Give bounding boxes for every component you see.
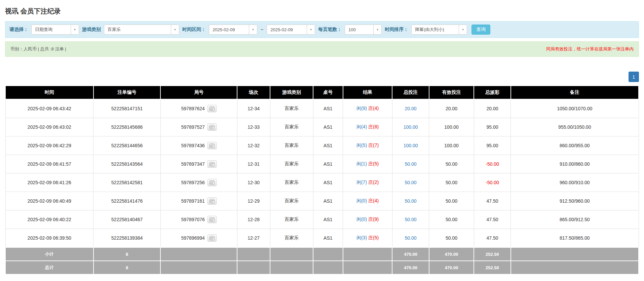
search-button[interactable]: 查询 [471, 25, 490, 35]
cell-game-type: 百家乐 [270, 99, 313, 118]
query-type-value: 日期查询 [32, 25, 71, 34]
cell-result: 闲(9) 庄(4) [343, 99, 392, 118]
table-row: 2025-02-09 06:43:42 522258147151 5978976… [5, 99, 639, 118]
col-header-result: 结果 [343, 86, 392, 99]
total-bet-link[interactable]: 100.00 [404, 143, 418, 148]
cell-valid-bet: 50.00 [429, 210, 474, 229]
cell-session: 12-33 [237, 118, 270, 136]
cell-payout: 47.50 [474, 229, 510, 248]
grand-total-total-bet: 470.00 [392, 261, 429, 274]
result-player: 闲(5) [356, 143, 367, 148]
roadmap-icon [210, 199, 215, 203]
bet-records-table: 时间 注单编号 局号 场次 游戏类别 桌号 结果 总投注 有效投注 总派彩 备注… [5, 85, 639, 275]
roadmap-icon [210, 107, 215, 111]
roadmap-button[interactable] [207, 123, 217, 131]
cell-valid-bet: 100.00 [429, 118, 474, 136]
total-bet-link[interactable]: 50.00 [405, 217, 417, 222]
time-sort-select[interactable]: 降冪(由大到小) ▼ [411, 25, 467, 35]
total-bet-link[interactable]: 100.00 [404, 124, 418, 130]
cell-table-no: AS1 [313, 210, 343, 229]
total-bet-link[interactable]: 50.00 [405, 235, 417, 241]
result-player: 闲(0) [356, 216, 367, 222]
date-range-label: 时间区间： [182, 27, 206, 33]
subtotal-total-bet: 470.00 [392, 247, 429, 261]
cell-valid-bet: 100.00 [429, 136, 474, 155]
col-header-payout: 总派彩 [474, 86, 510, 99]
cell-total-bet: 50.00 [392, 229, 429, 248]
date-from-input[interactable]: 2025-02-09 ▼ [209, 25, 257, 35]
date-to-input[interactable]: 2025-02-09 ▼ [267, 25, 315, 35]
query-type-select[interactable]: 日期查询 ▼ [31, 25, 79, 35]
roadmap-button[interactable] [207, 105, 217, 112]
cell-session: 12-31 [237, 155, 270, 173]
date-from-value: 2025-02-09 [209, 25, 249, 34]
total-bet-link[interactable]: 50.00 [405, 198, 417, 204]
cell-session: 12-29 [237, 192, 270, 210]
cell-time: 2025-02-09 06:42:29 [5, 136, 93, 155]
chevron-down-icon: ▼ [171, 25, 179, 34]
cell-time: 2025-02-09 06:41:57 [5, 155, 93, 173]
total-bet-link[interactable]: 50.00 [405, 180, 417, 185]
cell-payout: -50.00 [474, 155, 510, 173]
cell-game-type: 百家乐 [270, 229, 313, 248]
cell-total-bet: 100.00 [392, 118, 429, 136]
page-size-select[interactable]: 100 ▼ [345, 25, 382, 35]
roadmap-icon [210, 144, 215, 148]
total-bet-link[interactable]: 20.00 [405, 106, 417, 111]
cell-note: 860.00/955.00 [511, 136, 639, 155]
cell-game-type: 百家乐 [270, 118, 313, 136]
cell-round-id: 597897256 [160, 173, 237, 192]
result-player: 闲(0) [356, 198, 367, 203]
cell-result: 闲(4) 庄(8) [343, 118, 392, 136]
cell-valid-bet: 50.00 [429, 155, 474, 173]
cell-table-no: AS1 [313, 155, 343, 173]
summary-notice-text: 同局有效投注，统一计算在该局第一张注单内 [546, 46, 634, 52]
cell-total-bet: 50.00 [392, 173, 429, 192]
cell-bet-id: 522258142581 [93, 173, 161, 192]
cell-round-id: 597897527 [160, 118, 237, 136]
cell-round-id: 597897076 [160, 210, 237, 229]
cell-payout: 47.50 [474, 210, 510, 229]
cell-result: 闲(7) 庄(2) [343, 173, 392, 192]
table-row: 2025-02-09 06:41:26 522258142581 5978972… [5, 173, 639, 192]
grand-total-label: 总计 [5, 261, 93, 274]
col-header-total-bet: 总投注 [392, 86, 429, 99]
game-type-select[interactable]: 百家乐 ▼ [104, 25, 179, 35]
subtotal-row: 小计 8 470.00 470.00 252.50 [5, 247, 639, 261]
col-header-time: 时间 [5, 86, 93, 99]
cell-bet-id: 522258141476 [93, 192, 161, 210]
roadmap-button[interactable] [207, 142, 217, 149]
roadmap-button[interactable] [207, 234, 217, 242]
cell-total-bet: 100.00 [392, 136, 429, 155]
roadmap-button[interactable] [207, 216, 217, 223]
table-row: 2025-02-09 06:43:02 522258145686 5978975… [5, 118, 639, 136]
cell-bet-id: 522258147151 [93, 99, 161, 118]
roadmap-button[interactable] [207, 197, 217, 205]
chevron-down-icon: ▼ [459, 25, 467, 34]
cell-time: 2025-02-09 06:43:42 [5, 99, 93, 118]
subtotal-valid-bet: 470.00 [429, 247, 474, 261]
summary-totals-text: 币别：人民币 | 总共 :8 注单 | [10, 46, 66, 52]
round-id-value: 597896994 [181, 235, 205, 241]
cell-session: 12-32 [237, 136, 270, 155]
roadmap-button[interactable] [207, 179, 217, 186]
grand-total-payout: 252.50 [474, 261, 510, 274]
cell-time: 2025-02-09 06:40:49 [5, 192, 93, 210]
cell-note: 912.50/960.00 [511, 192, 639, 210]
col-header-note: 备注 [511, 86, 639, 99]
page-size-label: 每页笔数： [318, 27, 342, 33]
cell-bet-id: 522258140467 [93, 210, 161, 229]
cell-bet-id: 522258144656 [93, 136, 161, 155]
result-banker: 庄(5) [368, 161, 379, 166]
result-player: 闲(1) [356, 161, 367, 166]
time-sort-label: 时间排序： [385, 27, 408, 33]
total-bet-link[interactable]: 50.00 [405, 161, 417, 167]
cell-round-id: 597896994 [160, 229, 237, 248]
result-banker: 庄(2) [368, 179, 379, 185]
roadmap-button[interactable] [207, 160, 217, 168]
pagination-page-1[interactable]: 1 [629, 72, 639, 82]
cell-bet-id: 522258139384 [93, 229, 161, 248]
cell-bet-id: 522258143564 [93, 155, 161, 173]
result-player: 闲(3) [356, 235, 367, 240]
summary-bar: 币别：人民币 | 总共 :8 注单 | 同局有效投注，统一计算在该局第一张注单内 [5, 41, 639, 57]
